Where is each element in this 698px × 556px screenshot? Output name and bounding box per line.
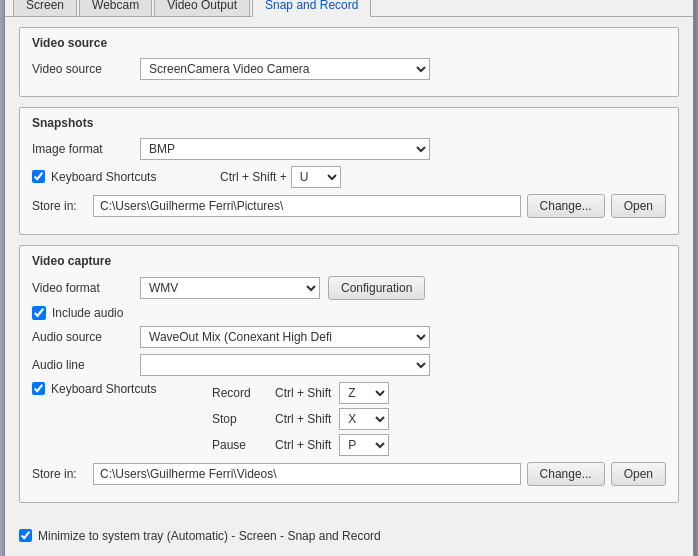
- snapshots-keyboard-shortcuts-checkbox[interactable]: [32, 170, 45, 183]
- capture-shortcuts-left: Keyboard Shortcuts: [32, 382, 212, 396]
- shortcut-record-key-select[interactable]: Z: [339, 382, 389, 404]
- capture-change-btn[interactable]: Change...: [527, 462, 605, 486]
- audio-line-row: Audio line: [32, 354, 666, 376]
- tab-bar: Screen Webcam Video Output Snap and Reco…: [5, 0, 693, 17]
- video-capture-section: Video capture Video format WMV Configura…: [19, 245, 679, 503]
- snapshots-open-btn[interactable]: Open: [611, 194, 666, 218]
- capture-store-label: Store in:: [32, 467, 87, 481]
- tab-snap-and-record[interactable]: Snap and Record: [252, 0, 371, 17]
- snapshots-section: Snapshots Image format BMP Keyboard Shor…: [19, 107, 679, 235]
- tab-content: Video source Video source ScreenCamera V…: [5, 17, 693, 523]
- footer: Minimize to system tray (Automatic) - Sc…: [5, 523, 693, 557]
- capture-keyboard-shortcuts-row: Keyboard Shortcuts Record Ctrl + Shift Z…: [32, 382, 666, 456]
- video-source-section: Video source Video source ScreenCamera V…: [19, 27, 679, 97]
- video-format-select[interactable]: WMV: [140, 277, 320, 299]
- shortcut-pause-row: Pause Ctrl + Shift P: [212, 434, 389, 456]
- capture-keyboard-shortcuts-label: Keyboard Shortcuts: [51, 382, 156, 396]
- minimize-checkbox[interactable]: [19, 529, 32, 542]
- snapshots-shortcut-key-select[interactable]: U: [291, 166, 341, 188]
- capture-path-display: C:\Users\Guilherme Ferri\Videos\: [93, 463, 521, 485]
- video-format-row: Video format WMV Configuration: [32, 276, 666, 300]
- snapshots-ctrl-shift-label: Ctrl + Shift +: [220, 170, 287, 184]
- tab-webcam[interactable]: Webcam: [79, 0, 152, 16]
- snapshots-store-row: Store in: C:\Users\Guilherme Ferri\Pictu…: [32, 194, 666, 218]
- shortcut-pause-key-select[interactable]: P: [339, 434, 389, 456]
- tab-screen[interactable]: Screen: [13, 0, 77, 16]
- image-format-label: Image format: [32, 142, 132, 156]
- video-source-title: Video source: [32, 36, 666, 50]
- video-source-row: Video source ScreenCamera Video Camera: [32, 58, 666, 80]
- shortcut-pause-ctrl-shift: Ctrl + Shift: [275, 438, 331, 452]
- snapshots-store-label: Store in:: [32, 199, 87, 213]
- image-format-select[interactable]: BMP: [140, 138, 430, 160]
- audio-line-label: Audio line: [32, 358, 132, 372]
- shortcut-stop-ctrl-shift: Ctrl + Shift: [275, 412, 331, 426]
- snapshots-change-btn[interactable]: Change...: [527, 194, 605, 218]
- shortcut-stop-key-select[interactable]: X: [339, 408, 389, 430]
- capture-store-row: Store in: C:\Users\Guilherme Ferri\Video…: [32, 462, 666, 486]
- shortcut-stop-row: Stop Ctrl + Shift X: [212, 408, 389, 430]
- shortcut-record-label: Record: [212, 386, 267, 400]
- snapshots-shortcut-group: Ctrl + Shift + U: [220, 166, 341, 188]
- include-audio-row: Include audio: [32, 306, 666, 320]
- audio-source-row: Audio source WaveOut Mix (Conexant High …: [32, 326, 666, 348]
- minimize-row: Minimize to system tray (Automatic) - Sc…: [19, 529, 679, 543]
- shortcut-stop-label: Stop: [212, 412, 267, 426]
- video-capture-title: Video capture: [32, 254, 666, 268]
- snapshots-path-display: C:\Users\Guilherme Ferri\Pictures\: [93, 195, 521, 217]
- main-window: SC ScreenCamera Licensed to ALEX FERRI ─…: [4, 0, 694, 556]
- minimize-label: Minimize to system tray (Automatic) - Sc…: [38, 529, 381, 543]
- capture-shortcuts-right: Record Ctrl + Shift Z Stop Ctrl + Shift …: [212, 382, 389, 456]
- video-format-label: Video format: [32, 281, 132, 295]
- audio-source-select[interactable]: WaveOut Mix (Conexant High Defi: [140, 326, 430, 348]
- snapshots-title: Snapshots: [32, 116, 666, 130]
- video-source-label: Video source: [32, 62, 132, 76]
- video-source-select[interactable]: ScreenCamera Video Camera: [140, 58, 430, 80]
- shortcut-pause-label: Pause: [212, 438, 267, 452]
- include-audio-label: Include audio: [52, 306, 123, 320]
- image-format-row: Image format BMP: [32, 138, 666, 160]
- shortcut-record-row: Record Ctrl + Shift Z: [212, 382, 389, 404]
- snapshots-keyboard-shortcuts-label: Keyboard Shortcuts: [51, 170, 156, 184]
- configuration-btn[interactable]: Configuration: [328, 276, 425, 300]
- audio-source-label: Audio source: [32, 330, 132, 344]
- shortcut-record-ctrl-shift: Ctrl + Shift: [275, 386, 331, 400]
- include-audio-checkbox[interactable]: [32, 306, 46, 320]
- tab-video-output[interactable]: Video Output: [154, 0, 250, 16]
- audio-line-select[interactable]: [140, 354, 430, 376]
- capture-open-btn[interactable]: Open: [611, 462, 666, 486]
- snapshots-keyboard-shortcuts-row: Keyboard Shortcuts Ctrl + Shift + U: [32, 166, 666, 188]
- capture-keyboard-shortcuts-checkbox[interactable]: [32, 382, 45, 395]
